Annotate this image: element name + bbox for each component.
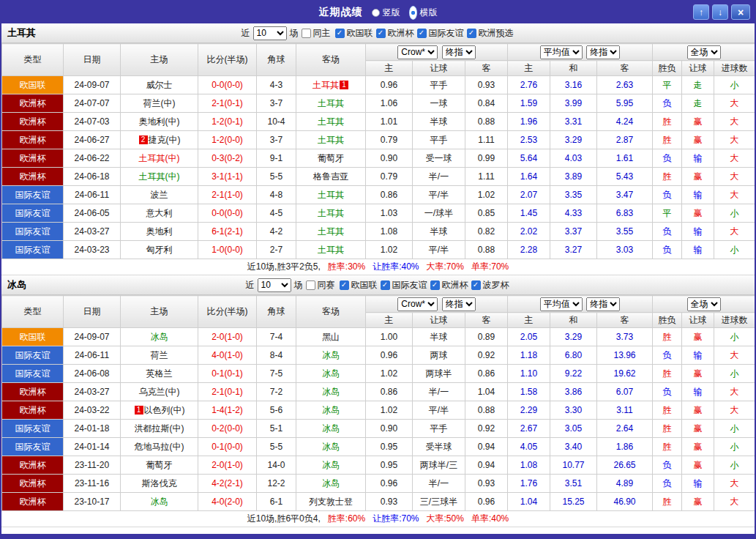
away-win-odds: 0.85 (465, 204, 508, 223)
home-team: 冰岛 (121, 328, 198, 346)
avg-away-odds: 2.64 (597, 420, 653, 438)
away-win-odds: 0.88 (465, 401, 508, 420)
team-name-text: 格鲁吉亚 (313, 171, 348, 182)
match-type: 欧洲杯 (2, 131, 64, 149)
match-score: 0-0(0-0) (198, 204, 257, 223)
col-header-home: 主场 (121, 44, 198, 76)
home-win-odds: 1.06 (366, 94, 413, 113)
avg-company-select[interactable]: 平均值 (540, 45, 583, 59)
rank-badge: 2 (139, 135, 148, 144)
sub-header-handicap: 让球 (413, 61, 465, 76)
checkbox-unchecked-icon (306, 280, 315, 290)
competition-filter[interactable]: ✓欧洲杯 (430, 279, 468, 291)
result-outcome: 胜 (653, 438, 682, 456)
home-team: 荷兰(中) (121, 94, 198, 113)
odds-stage-select[interactable]: 终指 (442, 297, 476, 311)
handicap-line: 两球半/三 (413, 456, 465, 475)
match-row: 国际友谊24-06-05意大利0-0(0-0)4-5土耳其1.03一/球半0.8… (2, 204, 755, 223)
result-goals: 大 (714, 149, 755, 168)
close-button[interactable]: × (731, 4, 750, 20)
team-name-text: 斯洛伐克 (142, 478, 177, 488)
match-type: 欧洲杯 (2, 401, 64, 420)
avg-company-select[interactable]: 平均值 (540, 297, 583, 311)
competition-filter[interactable]: ✓欧国联 (340, 279, 378, 291)
match-type: 欧洲杯 (2, 475, 64, 493)
sub-header-result: 胜负 (653, 61, 682, 76)
summary-segment: 胜率:30% (328, 261, 365, 272)
section-header-bar: 冰岛 近 10 场 同赛 ✓欧国联✓国际友谊✓欧洲杯✓波罗杯 (1, 275, 755, 295)
sub-header-handicap-result: 让球 (682, 313, 714, 328)
home-team: 英格兰 (121, 365, 198, 383)
checkbox-checked-icon: ✓ (467, 29, 476, 38)
move-up-button[interactable]: ↑ (693, 4, 709, 20)
home-team: 波兰 (121, 186, 198, 204)
recent-results-panel: 近期战绩 竖版 横版 ↑ ↓ × 土耳其 近 10 场 (0, 0, 756, 539)
avg-stage-select[interactable]: 终指 (586, 297, 620, 311)
competition-filter[interactable]: ✓欧国联 (335, 27, 373, 40)
team-name-text: 匈牙利 (146, 245, 173, 255)
same-venue-filter[interactable]: 同主 (302, 27, 331, 40)
match-row: 国际友谊24-03-23匈牙利1-0(0-0)2-7土耳其1.02平/半0.88… (2, 241, 755, 259)
avg-draw-odds: 15.25 (550, 493, 597, 511)
sub-header-avg-draw: 和 (550, 313, 597, 328)
away-team: 冰岛 (296, 420, 366, 438)
competition-filter-label: 国际友谊 (392, 279, 427, 291)
layout-option-horizontal[interactable]: 横版 (409, 6, 438, 20)
recent-count-select[interactable]: 10 (258, 278, 291, 292)
sub-header-goals-result: 进球数 (714, 313, 755, 328)
away-team: 冰岛 (296, 383, 366, 401)
match-score: 0-0(0-0) (198, 76, 257, 94)
away-win-odds: 0.88 (465, 241, 508, 259)
handicap-line: 受半球 (413, 438, 465, 456)
competition-filter-label: 欧洲杯 (442, 279, 468, 291)
match-score: 2-0(1-0) (198, 328, 257, 346)
result-handicap: 赢 (682, 493, 714, 511)
home-win-odds: 1.08 (366, 223, 413, 241)
match-row: 欧洲杯24-03-27乌克兰(中)2-1(0-1)7-2冰岛0.86半/一1.0… (2, 383, 755, 401)
scope-select[interactable]: 全场 (687, 45, 721, 59)
summary-segment: 大率:50% (427, 513, 464, 524)
team-name-text: 土耳其 (318, 190, 344, 200)
avg-home-odds: 1.18 (508, 346, 550, 365)
result-outcome: 负 (653, 456, 682, 475)
summary-row: 近10场,胜6平0负4,胜率:60%让胜率:70%大率:50%单率:40% (1, 511, 755, 527)
odds-company-select[interactable]: Crow* (397, 297, 438, 311)
scope-select[interactable]: 全场 (687, 297, 721, 311)
summary-segment: 胜率:60% (328, 513, 365, 524)
competition-filter[interactable]: ✓欧洲杯 (376, 27, 414, 40)
home-team: 乌克兰(中) (121, 383, 198, 401)
away-team: 列支敦士登 (296, 493, 366, 511)
move-down-button[interactable]: ↓ (712, 4, 728, 20)
match-row: 欧洲杯24-06-22土耳其(中)0-3(0-2)9-1葡萄牙0.90受一球0.… (2, 149, 755, 168)
result-outcome: 胜 (653, 131, 682, 149)
same-venue-filter[interactable]: 同赛 (306, 279, 335, 291)
home-team: 斯洛伐克 (121, 475, 198, 493)
recent-count-select[interactable]: 10 (253, 26, 287, 40)
avg-draw-odds: 3.27 (550, 241, 597, 259)
odds-company-select[interactable]: Crow* (397, 45, 438, 59)
competition-filter[interactable]: ✓国际友谊 (417, 27, 464, 40)
away-win-odds: 1.04 (465, 383, 508, 401)
layout-option-label: 竖版 (383, 7, 400, 19)
checkbox-checked-icon: ✓ (376, 29, 386, 38)
layout-option-vertical[interactable]: 竖版 (372, 7, 400, 19)
competition-filter-label: 欧洲预选 (479, 27, 514, 40)
competition-filter[interactable]: ✓欧洲预选 (467, 27, 514, 40)
home-team: 冰岛 (121, 493, 198, 511)
corner-score: 7-4 (257, 328, 296, 346)
team-name-text: 意大利 (146, 208, 173, 218)
avg-home-odds: 2.29 (508, 401, 550, 420)
col-header-corner: 角球 (257, 296, 296, 328)
result-goals: 大 (714, 383, 755, 401)
result-outcome: 负 (653, 346, 682, 365)
competition-filter[interactable]: ✓波罗杯 (471, 279, 509, 291)
match-score: 1-2(0-1) (198, 113, 257, 131)
avg-draw-odds: 4.03 (550, 149, 597, 168)
competition-filter[interactable]: ✓国际友谊 (381, 279, 427, 291)
avg-away-odds: 19.62 (597, 365, 653, 383)
avg-stage-select[interactable]: 终指 (586, 45, 620, 59)
result-handicap: 输 (682, 223, 714, 241)
match-score: 2-1(0-1) (198, 94, 257, 113)
odds-stage-select[interactable]: 终指 (442, 45, 476, 59)
col-header-corner: 角球 (257, 44, 296, 76)
